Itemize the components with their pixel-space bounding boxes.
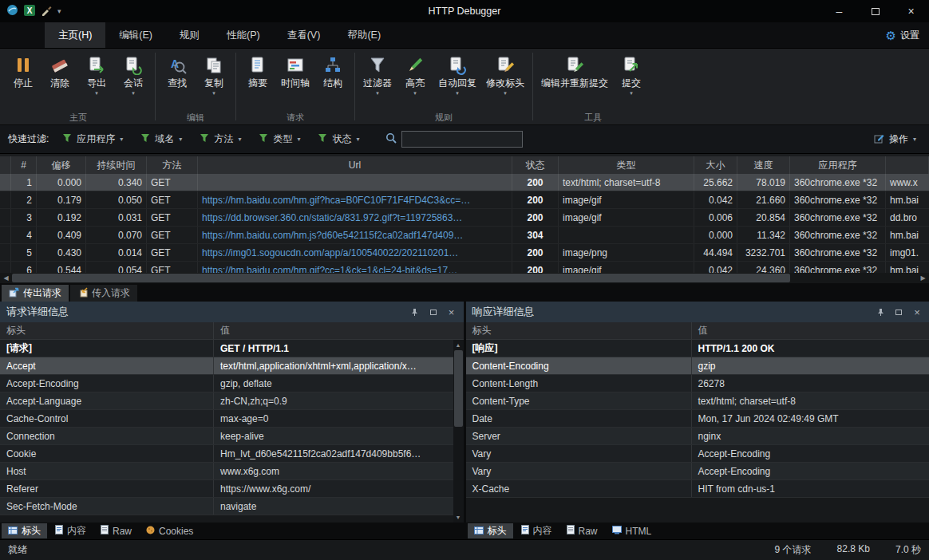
tab-content[interactable]: 内容 (515, 523, 559, 538)
header-row[interactable]: Accept text/html,application/xhtml+xml,a… (0, 357, 453, 375)
scroll-right-icon[interactable]: ▶ (917, 273, 929, 283)
tab-content[interactable]: 内容 (49, 523, 93, 538)
header-row[interactable]: X-Cache HIT from cdn-us-1 (466, 480, 929, 498)
header-row[interactable]: Sec-Fetch-Mode navigate (0, 498, 453, 515)
table-row[interactable]: 2 0.179 0.050 GET https://hm.baidu.com/h… (0, 191, 929, 209)
header-row[interactable]: Host www.x6g.com (0, 463, 453, 480)
menu-tab[interactable]: 编辑(E) (105, 22, 166, 48)
horizontal-scrollbar[interactable]: ◀ ▶ (0, 273, 929, 283)
find-button[interactable]: A 查找 (159, 50, 196, 110)
scroll-up-icon[interactable]: ▲ (453, 340, 464, 350)
column-type[interactable]: 类型 (559, 156, 694, 174)
scroll-down-icon[interactable]: ▼ (453, 512, 464, 523)
header-row[interactable]: Content-Encoding gzip (466, 357, 929, 375)
settings-button[interactable]: ⚙ 设置 (886, 22, 929, 48)
column-header[interactable]: 标头 (466, 322, 692, 339)
header-row[interactable]: Cookie Hm_lvt_d60e542115f2ca02adf147d409… (0, 445, 453, 463)
stop-button[interactable]: 停止 (5, 50, 42, 110)
scroll-left-icon[interactable]: ◀ (0, 273, 12, 283)
restore-icon[interactable] (893, 306, 904, 317)
header-row[interactable]: Vary Accept-Encoding (466, 463, 929, 480)
autoreply-button[interactable]: 自动回复 ▾ (433, 50, 481, 110)
tab-headers[interactable]: 标头 (2, 523, 47, 538)
header-row[interactable]: Accept-Language zh-CN,zh;q=0.9 (0, 392, 453, 410)
column-offset[interactable]: 偏移 (37, 156, 86, 174)
menu-tab[interactable]: 查看(V) (274, 22, 334, 48)
filter-dropdown-status[interactable]: 状态 ▾ (314, 130, 363, 148)
export-button[interactable]: 导出 ▾ (78, 50, 115, 110)
header-row[interactable]: [响应] HTTP/1.1 200 OK (466, 340, 929, 357)
submit-button[interactable]: 提交 ▾ (613, 50, 650, 110)
header-row[interactable]: Connection keep-alive (0, 428, 453, 445)
qat-dropdown-icon[interactable]: ▾ (57, 7, 61, 15)
filter-dropdown-domain[interactable]: 域名 ▾ (136, 130, 186, 148)
header-row[interactable]: [请求] GET / HTTP/1.1 (0, 340, 453, 357)
header-row[interactable]: Content-Length 26278 (466, 375, 929, 392)
column-size[interactable]: 大小 (694, 156, 737, 174)
header-row[interactable]: Cache-Control max-age=0 (0, 410, 453, 428)
timeline-button[interactable]: 时间轴 (276, 50, 314, 110)
tab-raw[interactable]: Raw (94, 523, 138, 538)
pin-icon[interactable] (409, 306, 421, 317)
header-row[interactable]: Date Mon, 17 Jun 2024 02:49:49 GMT (466, 410, 929, 428)
search-input[interactable] (401, 131, 523, 148)
summary-button[interactable]: 摘要 (239, 50, 276, 110)
edit-resubmit-button[interactable]: 编辑并重新提交 (536, 50, 613, 110)
scrollbar-track[interactable] (12, 273, 917, 283)
table-row[interactable]: 6 0.544 0.054 GET https://hm.baidu.com/h… (0, 262, 929, 273)
action-dropdown[interactable]: 操作 ▾ (874, 132, 921, 146)
session-button[interactable]: 会话 ▾ (115, 50, 152, 110)
header-row[interactable]: Vary Accept-Encoding (466, 445, 929, 463)
filter-button[interactable]: 过滤器 ▾ (358, 50, 397, 110)
menu-tab[interactable]: 帮助(E) (334, 22, 394, 48)
table-row[interactable]: 5 0.430 0.014 GET https://img01.sogoucdn… (0, 244, 929, 262)
maximize-button[interactable] (857, 0, 893, 22)
tab-outgoing-requests[interactable]: 传出请求 (2, 285, 69, 302)
vertical-scrollbar[interactable]: ▲ ▼ (453, 340, 464, 523)
close-button[interactable]: × (893, 0, 929, 22)
tab-raw[interactable]: Raw (560, 523, 604, 538)
structure-button[interactable]: 结构 (314, 50, 351, 110)
column-number[interactable]: # (11, 156, 37, 174)
header-row[interactable]: Referer https://www.x6g.com/ (0, 480, 453, 498)
table-row[interactable]: 4 0.409 0.070 GET https://hm.baidu.com/h… (0, 227, 929, 244)
table-row[interactable]: 3 0.192 0.031 GET https://dd.browser.360… (0, 209, 929, 227)
header-row[interactable]: Server nginx (466, 428, 929, 445)
close-icon[interactable]: × (446, 306, 457, 317)
minimize-button[interactable]: – (821, 0, 857, 22)
tab-incoming-requests[interactable]: 传入请求 (70, 285, 137, 302)
header-row[interactable]: Content-Type text/html; charset=utf-8 (466, 392, 929, 410)
clear-button[interactable]: 清除 (42, 50, 78, 110)
scrollbar-thumb[interactable] (454, 350, 463, 427)
restore-icon[interactable] (428, 306, 439, 317)
modify-headers-button[interactable]: 修改标头 ▾ (481, 50, 529, 110)
scrollbar-thumb[interactable] (12, 274, 790, 282)
column-duration[interactable]: 持续时间 (86, 156, 147, 174)
column-value[interactable]: 值 (692, 322, 929, 339)
filter-dropdown-type[interactable]: 类型 ▾ (255, 130, 304, 148)
menu-tab[interactable]: 性能(P) (213, 22, 274, 48)
app-logo-icon[interactable] (6, 4, 18, 18)
highlight-button[interactable]: 高亮 ▾ (397, 50, 433, 110)
column-status[interactable]: 状态 (512, 156, 559, 174)
tab-html[interactable]: HTML (606, 523, 658, 538)
column-url[interactable]: Url (198, 156, 512, 174)
brush-icon[interactable] (41, 5, 52, 18)
menu-tab[interactable]: 主页(H) (45, 22, 105, 48)
close-icon[interactable]: × (911, 306, 923, 317)
column-speed[interactable]: 速度 (737, 156, 790, 174)
copy-button[interactable]: 复制 ▾ (196, 50, 232, 110)
column-method[interactable]: 方法 (147, 156, 198, 174)
filter-dropdown-application[interactable]: 应用程序 ▾ (58, 130, 127, 148)
tab-headers[interactable]: 标头 (468, 523, 513, 538)
column-value[interactable]: 值 (214, 322, 464, 339)
filter-dropdown-method[interactable]: 方法 ▾ (196, 130, 245, 148)
excel-export-icon[interactable]: X (24, 5, 35, 18)
menu-tab[interactable]: 规则 (166, 22, 213, 48)
header-row[interactable]: Accept-Encoding gzip, deflate (0, 375, 453, 392)
table-row[interactable]: 1 0.000 0.340 GET 200 text/html; charset… (0, 174, 929, 191)
pin-icon[interactable] (875, 306, 886, 317)
column-application[interactable]: 应用程序 (790, 156, 886, 174)
column-header[interactable]: 标头 (0, 322, 214, 339)
tab-cookies[interactable]: Cookies (140, 523, 200, 538)
